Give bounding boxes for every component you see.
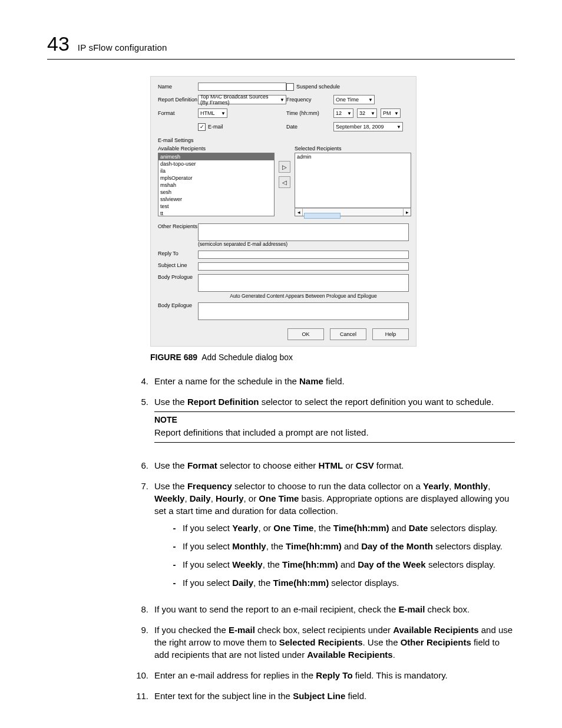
step-4: 4. Enter a name for the schedule in the … (47, 375, 515, 387)
other-recipients-field[interactable] (198, 223, 409, 241)
step-7: 7. Use the Frequency selector to choose … (47, 480, 515, 595)
triangle-left-icon: ◁ (282, 179, 287, 186)
date-select[interactable]: September 18, 2009 ▼ (333, 122, 403, 131)
time-ampm-select[interactable]: PM▼ (381, 108, 401, 118)
step-11: 11. Enter text for the subject line in t… (47, 690, 515, 702)
chevron-down-icon: ▼ (280, 97, 285, 103)
note-text: Report definitions that included a promp… (154, 426, 515, 439)
note-block: NOTE Report definitions that included a … (154, 411, 515, 443)
step-number: 8. (130, 603, 154, 615)
frequency-select[interactable]: One Time ▼ (333, 95, 375, 104)
reply-to-label: Reply To (158, 251, 198, 256)
list-item[interactable]: tt (158, 210, 274, 216)
time-hour-value: 12 (336, 110, 342, 116)
available-recipients-label: Available Recipients (158, 146, 275, 151)
email-settings-label: E-mail Settings (158, 137, 409, 143)
frequency-label: Frequency (286, 97, 333, 103)
cancel-button[interactable]: Cancel (330, 328, 366, 340)
other-recipients-label: Other Recipients (158, 223, 198, 229)
sub-bullet: -If you select Yearly, or One Time, the … (154, 522, 515, 534)
date-label: Date (286, 124, 333, 130)
body-epilogue-label: Body Epilogue (158, 302, 198, 308)
time-minute-select[interactable]: 32▼ (357, 108, 377, 118)
list-item[interactable]: dash-topo-user (158, 160, 274, 167)
report-definition-value: Top MAC Broadcast Sources (By Frames) (200, 94, 277, 106)
suspend-schedule-checkbox[interactable] (286, 83, 294, 91)
chevron-down-icon: ▼ (394, 111, 399, 116)
chevron-down-icon: ▼ (396, 124, 401, 130)
step-10: 10. Enter an e-mail address for replies … (47, 669, 515, 681)
list-item[interactable]: ila (158, 167, 274, 174)
page-header: 43 IP sFlow configuration (47, 32, 515, 60)
subject-line-label: Subject Line (158, 262, 198, 268)
frequency-value: One Time (336, 97, 359, 103)
scroll-right-icon[interactable]: ▸ (403, 209, 411, 216)
step-number: 11. (130, 690, 154, 702)
sub-bullet: -If you select Daily, the Time(hh:mm) se… (154, 577, 515, 589)
subject-line-field[interactable] (198, 262, 409, 271)
body-prologue-field[interactable] (198, 274, 409, 292)
list-item[interactable]: mplsOperator (158, 174, 274, 182)
suspend-schedule-label: Suspend schedule (296, 84, 340, 90)
note-label: NOTE (154, 414, 515, 426)
time-label: Time (hh:mm) (286, 110, 333, 116)
chevron-down-icon: ▼ (347, 111, 352, 116)
step-number: 10. (130, 669, 154, 681)
step-5: 5. Use the Report Definition selector to… (47, 396, 515, 451)
step-number: 6. (130, 459, 154, 472)
list-item[interactable]: sslviewer (158, 196, 274, 203)
step-6: 6. Use the Format selector to choose eit… (47, 459, 515, 472)
email-checkbox-label: E-mail (208, 124, 223, 130)
chevron-down-icon: ▼ (221, 111, 226, 116)
time-minute-value: 32 (359, 110, 365, 116)
list-item[interactable]: admin (297, 154, 409, 160)
chapter-title: IP sFlow configuration (78, 42, 167, 52)
figure-caption: FIGURE 689 Add Schedule dialog box (150, 353, 515, 362)
step-number: 4. (130, 375, 154, 387)
reply-to-field[interactable] (198, 251, 409, 259)
list-item[interactable]: mshah (158, 182, 274, 189)
chapter-number: 43 (47, 32, 70, 55)
name-field[interactable] (198, 83, 286, 91)
selected-recipients-label: Selected Recipients (295, 146, 411, 151)
other-recipients-hint: (semicolon separated E-mail addresses) (198, 241, 409, 247)
triangle-right-icon: ▷ (282, 164, 287, 170)
step-number: 9. (130, 624, 154, 661)
list-item[interactable]: test (158, 203, 274, 210)
move-right-button[interactable]: ▷ (279, 161, 290, 173)
help-button[interactable]: Help (372, 328, 409, 340)
figure-number: FIGURE 689 (150, 353, 197, 362)
step-9: 9. If you checked the E-mail check box, … (47, 624, 515, 661)
report-definition-label: Report Definition (158, 97, 198, 103)
step-8: 8. If you want to send the report to an … (47, 603, 515, 615)
chevron-down-icon: ▼ (371, 111, 375, 116)
available-recipients-list[interactable]: animesh dash-topo-user ila mplsOperator … (158, 153, 275, 216)
body-epilogue-field[interactable] (198, 302, 409, 320)
scroll-left-icon[interactable]: ◂ (295, 209, 303, 216)
time-hour-select[interactable]: 12▼ (333, 108, 353, 118)
selected-recipients-list[interactable]: admin (295, 153, 411, 208)
ok-button[interactable]: OK (287, 328, 324, 340)
sub-bullet: -If you select Weekly, the Time(hh:mm) a… (154, 558, 515, 571)
figure-caption-text: Add Schedule dialog box (201, 353, 293, 362)
date-value: September 18, 2009 (336, 124, 384, 130)
list-item[interactable]: animesh (158, 153, 274, 160)
report-definition-select[interactable]: Top MAC Broadcast Sources (By Frames) ▼ (198, 95, 286, 104)
sub-bullet: -If you select Monthly, the Time(hh:mm) … (154, 540, 515, 552)
time-ampm-value: PM (383, 110, 391, 116)
add-schedule-dialog: Name Suspend schedule Report Definition … (150, 76, 416, 347)
format-label: Format (158, 110, 198, 116)
move-left-button[interactable]: ◁ (279, 176, 290, 188)
step-number: 7. (130, 480, 154, 595)
name-label: Name (158, 84, 198, 90)
step-number: 5. (130, 396, 154, 451)
body-prologue-label: Body Prologue (158, 274, 198, 280)
selected-recipients-scrollbar[interactable]: ◂ ▸ (295, 208, 411, 216)
prologue-epilogue-hint: Auto Generated Content Appears Between P… (198, 293, 409, 299)
email-checkbox[interactable]: ✓ (198, 123, 206, 131)
chevron-down-icon: ▼ (368, 97, 373, 103)
format-select[interactable]: HTML ▼ (198, 108, 227, 118)
list-item[interactable]: sesh (158, 189, 274, 196)
format-value: HTML (200, 110, 215, 116)
